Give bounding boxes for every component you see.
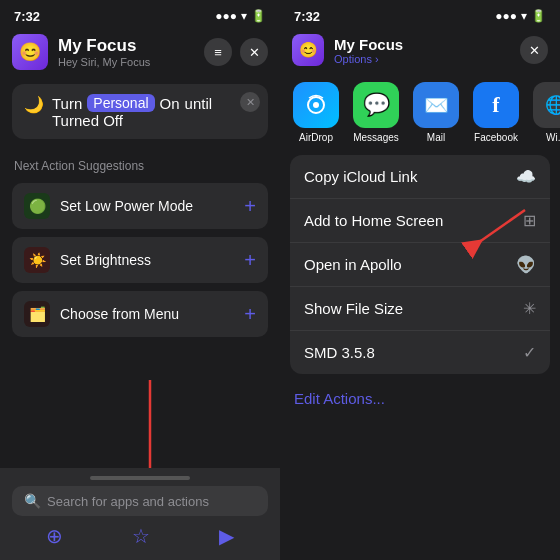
app-facebook[interactable]: f Facebook — [470, 82, 522, 143]
header-actions: ≡ ✕ — [204, 38, 268, 66]
app-wi[interactable]: 🌐 Wi... — [530, 82, 560, 143]
header-text: My Focus Hey Siri, My Focus — [58, 36, 194, 68]
low-power-icon: 🟢 — [24, 193, 50, 219]
battery-icon: 🔋 — [251, 9, 266, 23]
moon-icon: 🌙 — [24, 95, 44, 114]
right-header-options[interactable]: Options › — [334, 53, 510, 65]
add-menu-button[interactable]: + — [244, 303, 256, 326]
apollo-label: Open in Apollo — [304, 256, 506, 273]
suggestion-brightness-label: Set Brightness — [60, 252, 234, 268]
bottom-icons: ⊕ ☆ ▶ — [12, 524, 268, 548]
smd-label: SMD 3.5.8 — [304, 344, 513, 361]
messages-label: Messages — [353, 132, 399, 143]
action-personal-pill[interactable]: Personal — [87, 94, 154, 112]
action-turn: Turn — [52, 95, 82, 112]
action-remove-button[interactable]: ✕ — [240, 92, 260, 112]
file-size-icon: ✳ — [523, 299, 536, 318]
wi-icon: 🌐 — [533, 82, 560, 128]
airdrop-icon — [293, 82, 339, 128]
mail-icon: ✉️ — [413, 82, 459, 128]
copy-icloud-label: Copy iCloud Link — [304, 168, 506, 185]
svg-point-2 — [313, 102, 319, 108]
wi-label: Wi... — [546, 132, 560, 143]
add-to-home-screen[interactable]: Add to Home Screen ⊞ — [290, 199, 550, 243]
search-placeholder: Search for apps and actions — [47, 494, 209, 509]
play-icon[interactable]: ▶ — [219, 524, 234, 548]
add-brightness-button[interactable]: + — [244, 249, 256, 272]
right-status-icons: ●●● ▾ 🔋 — [495, 9, 546, 23]
right-status-time: 7:32 — [294, 9, 320, 24]
left-status-icons: ●●● ▾ 🔋 — [215, 9, 266, 23]
menu-button[interactable]: ≡ — [204, 38, 232, 66]
signal-icon: ●●● — [215, 9, 237, 23]
focus-icon: 😊 — [12, 34, 48, 70]
check-icon: ✓ — [523, 343, 536, 362]
right-close-button[interactable]: ✕ — [520, 36, 548, 64]
left-status-time: 7:32 — [14, 9, 40, 24]
close-button[interactable]: ✕ — [240, 38, 268, 66]
open-in-apollo[interactable]: Open in Apollo 👽 — [290, 243, 550, 287]
add-home-label: Add to Home Screen — [304, 212, 513, 229]
left-bottom-bar: 🔍 Search for apps and actions ⊕ ☆ ▶ — [0, 468, 280, 560]
brightness-icon: ☀️ — [24, 247, 50, 273]
header-subtitle: Hey Siri, My Focus — [58, 56, 194, 68]
header-title: My Focus — [58, 36, 194, 56]
mail-label: Mail — [427, 132, 445, 143]
share-apps-row: AirDrop 💬 Messages ✉️ Mail f Facebook 🌐 … — [280, 72, 560, 149]
right-header-text: My Focus Options › — [334, 36, 510, 65]
app-mail[interactable]: ✉️ Mail — [410, 82, 462, 143]
left-status-bar: 7:32 ●●● ▾ 🔋 — [0, 0, 280, 28]
right-battery-icon: 🔋 — [531, 9, 546, 23]
action-block: 🌙 Turn Personal On until Turned Off ✕ — [12, 84, 268, 139]
right-signal-icon: ●●● — [495, 9, 517, 23]
action-line1: Turn Personal On until — [52, 94, 256, 112]
right-wifi-icon: ▾ — [521, 9, 527, 23]
file-size-label: Show File Size — [304, 300, 513, 317]
app-airdrop[interactable]: AirDrop — [290, 82, 342, 143]
facebook-icon: f — [473, 82, 519, 128]
copy-icloud-link[interactable]: Copy iCloud Link ☁️ — [290, 155, 550, 199]
smd-version[interactable]: SMD 3.5.8 ✓ — [290, 331, 550, 374]
bookmark-icon[interactable]: ☆ — [132, 524, 150, 548]
suggestion-menu[interactable]: 🗂️ Choose from Menu + — [12, 291, 268, 337]
airdrop-svg — [302, 91, 330, 119]
wifi-icon: ▾ — [241, 9, 247, 23]
action-until: until — [185, 95, 213, 112]
right-header-title: My Focus — [334, 36, 510, 53]
app-messages[interactable]: 💬 Messages — [350, 82, 402, 143]
add-low-power-button[interactable]: + — [244, 195, 256, 218]
show-file-size[interactable]: Show File Size ✳ — [290, 287, 550, 331]
suggestion-brightness[interactable]: ☀️ Set Brightness + — [12, 237, 268, 283]
action-on: On — [160, 95, 180, 112]
menu-icon: 🗂️ — [24, 301, 50, 327]
left-header: 😊 My Focus Hey Siri, My Focus ≡ ✕ — [0, 28, 280, 76]
suggestion-menu-label: Choose from Menu — [60, 306, 234, 322]
facebook-label: Facebook — [474, 132, 518, 143]
right-header: 😊 My Focus Options › ✕ — [280, 28, 560, 72]
action-content: Turn Personal On until Turned Off — [52, 94, 256, 129]
apollo-icon: 👽 — [516, 255, 536, 274]
add-icon[interactable]: ⊕ — [46, 524, 63, 548]
suggestion-low-power-label: Set Low Power Mode — [60, 198, 234, 214]
search-icon: 🔍 — [24, 493, 41, 509]
left-panel: 7:32 ●●● ▾ 🔋 😊 My Focus Hey Siri, My Foc… — [0, 0, 280, 560]
home-indicator — [90, 476, 190, 480]
cloud-icon: ☁️ — [516, 167, 536, 186]
search-bar[interactable]: 🔍 Search for apps and actions — [12, 486, 268, 516]
share-menu: Copy iCloud Link ☁️ Add to Home Screen ⊞… — [290, 155, 550, 374]
suggestion-low-power[interactable]: 🟢 Set Low Power Mode + — [12, 183, 268, 229]
right-panel: 7:32 ●●● ▾ 🔋 😊 My Focus Options › ✕ AirD… — [280, 0, 560, 560]
airdrop-label: AirDrop — [299, 132, 333, 143]
right-focus-icon: 😊 — [292, 34, 324, 66]
add-home-icon: ⊞ — [523, 211, 536, 230]
section-label: Next Action Suggestions — [0, 147, 280, 179]
edit-actions-button[interactable]: Edit Actions... — [280, 380, 560, 417]
messages-icon: 💬 — [353, 82, 399, 128]
action-line2: Turned Off — [52, 112, 256, 129]
right-status-bar: 7:32 ●●● ▾ 🔋 — [280, 0, 560, 28]
